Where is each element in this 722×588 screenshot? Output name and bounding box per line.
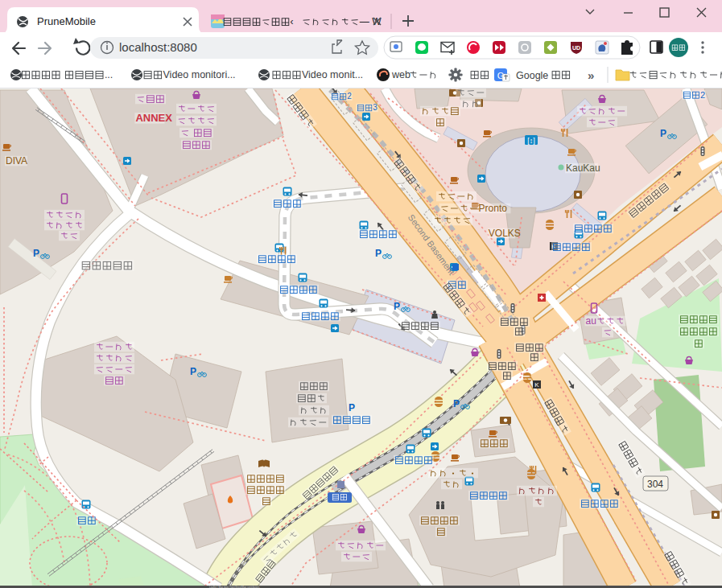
- svg-text:3: 3: [373, 103, 378, 112]
- svg-text:Google: Google: [516, 70, 548, 81]
- svg-text:P: P: [190, 366, 196, 377]
- svg-text:[↕]: [↕]: [527, 137, 535, 145]
- svg-text:au: au: [586, 315, 596, 327]
- svg-text:2: 2: [700, 90, 705, 100]
- svg-text:...: ...: [105, 69, 113, 80]
- svg-text:‹: ‹: [291, 16, 294, 27]
- svg-text:Pronto: Pronto: [479, 203, 508, 214]
- svg-text:PruneMobile: PruneMobile: [37, 15, 96, 27]
- svg-text:P: P: [33, 248, 39, 259]
- svg-text:»: »: [588, 68, 594, 82]
- svg-text:304: 304: [647, 479, 663, 490]
- svg-text:Video monit...: Video monit...: [302, 69, 363, 80]
- svg-text:web: web: [391, 69, 411, 80]
- svg-text:2: 2: [347, 92, 352, 101]
- svg-text:Video monitori...: Video monitori...: [163, 69, 236, 80]
- svg-text:ANNEX: ANNEX: [135, 112, 172, 124]
- svg-text:P: P: [453, 398, 460, 409]
- svg-text:K: K: [534, 381, 539, 389]
- svg-text:UD: UD: [572, 45, 580, 51]
- svg-text:KauKau: KauKau: [566, 162, 600, 174]
- svg-text:P: P: [349, 402, 355, 413]
- svg-text:P: P: [660, 128, 666, 139]
- svg-text:P: P: [394, 301, 400, 312]
- svg-text:localhost:8080: localhost:8080: [119, 40, 197, 54]
- svg-text:DIVA: DIVA: [6, 155, 27, 167]
- svg-text:VOLKS: VOLKS: [489, 228, 521, 239]
- svg-text:P: P: [375, 248, 382, 259]
